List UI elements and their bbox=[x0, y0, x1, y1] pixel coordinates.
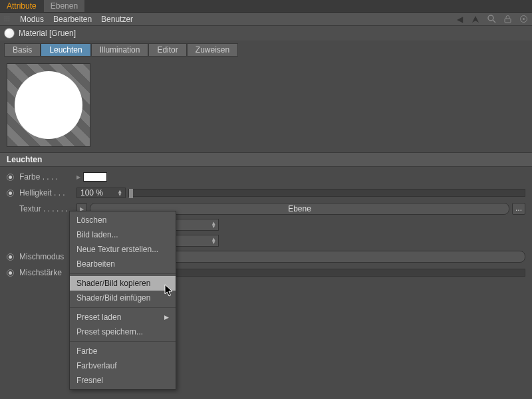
ctx-shader-einfuegen[interactable]: Shader/Bild einfügen bbox=[70, 291, 176, 305]
material-name: Material [Gruen] bbox=[19, 29, 76, 38]
svg-rect-2 bbox=[505, 19, 511, 23]
helligkeit-slider[interactable] bbox=[128, 189, 525, 197]
radio-helligkeit[interactable] bbox=[7, 190, 14, 197]
tab-leuchten[interactable]: Leuchten bbox=[41, 43, 90, 57]
panel-tabs: Attribute Ebenen bbox=[0, 0, 532, 13]
lock-icon[interactable] bbox=[503, 15, 512, 24]
ctx-farbe[interactable]: Farbe bbox=[70, 344, 176, 358]
tab-editor[interactable]: Editor bbox=[148, 43, 186, 57]
label-textur: Textur . . . . . . bbox=[19, 204, 74, 213]
ctx-shader-kopieren[interactable]: Shader/Bild kopieren bbox=[70, 276, 176, 291]
separator bbox=[70, 307, 176, 308]
ctx-farbverlauf[interactable]: Farbverlauf bbox=[70, 358, 176, 373]
ctx-preset-speichern[interactable]: Preset speichern... bbox=[70, 325, 176, 339]
preview-area bbox=[0, 58, 532, 152]
settings-icon[interactable] bbox=[519, 15, 528, 24]
nav-up-icon[interactable] bbox=[471, 15, 480, 24]
ctx-fresnel[interactable]: Fresnel bbox=[70, 373, 176, 388]
material-header: Material [Gruen] bbox=[0, 26, 532, 41]
svg-point-4 bbox=[523, 18, 525, 20]
helligkeit-input[interactable]: 100 % ▴▾ bbox=[76, 188, 126, 198]
ctx-loeschen[interactable]: Löschen bbox=[70, 213, 176, 227]
ctx-preset-laden-label: Preset laden bbox=[76, 313, 121, 322]
color-swatch[interactable] bbox=[83, 172, 107, 182]
grip-icon bbox=[4, 16, 11, 23]
context-menu: Löschen Bild laden... Neue Textur erstel… bbox=[69, 211, 176, 390]
tab-zuweisen[interactable]: Zuweisen bbox=[187, 43, 238, 57]
svg-line-1 bbox=[493, 20, 495, 23]
label-helligkeit: Helligkeit . . . bbox=[19, 188, 74, 198]
menu-modus[interactable]: Modus bbox=[20, 15, 44, 24]
label-mischstaerke: Mischstärke bbox=[19, 268, 74, 277]
menubar: Modus Bearbeiten Benutzer ◀ bbox=[0, 13, 532, 26]
menu-benutzer[interactable]: Benutzer bbox=[101, 15, 133, 24]
label-farbe: Farbe . . . . bbox=[19, 172, 74, 182]
material-swatch-icon bbox=[4, 28, 15, 39]
expand-farbe-icon[interactable]: ▶ bbox=[76, 174, 80, 180]
tab-illumination[interactable]: Illumination bbox=[91, 43, 149, 57]
separator bbox=[70, 273, 176, 274]
preview-sphere-icon bbox=[15, 71, 82, 139]
ctx-bild-laden[interactable]: Bild laden... bbox=[70, 227, 176, 242]
search-icon[interactable] bbox=[487, 15, 496, 24]
label-mischmodus: Mischmodus bbox=[19, 252, 74, 261]
material-preview[interactable] bbox=[7, 63, 90, 147]
ctx-neue-textur[interactable]: Neue Textur erstellen... bbox=[70, 242, 176, 257]
tab-ebenen[interactable]: Ebenen bbox=[44, 0, 84, 12]
tab-basis[interactable]: Basis bbox=[4, 43, 41, 57]
nav-back-icon[interactable]: ◀ bbox=[455, 15, 464, 24]
svg-point-0 bbox=[488, 15, 493, 21]
tab-attribute[interactable]: Attribute bbox=[0, 0, 43, 12]
menu-bearbeiten[interactable]: Bearbeiten bbox=[53, 15, 92, 24]
separator bbox=[70, 341, 176, 342]
ctx-preset-laden[interactable]: Preset laden ▶ bbox=[70, 310, 176, 325]
spinner-icon[interactable]: ▴▾ bbox=[118, 190, 122, 196]
ctx-bearbeiten[interactable]: Bearbeiten bbox=[70, 257, 176, 271]
radio-mischmodus[interactable] bbox=[7, 253, 14, 261]
section-header: Leuchten bbox=[0, 152, 532, 167]
radio-farbe[interactable] bbox=[7, 174, 14, 181]
textur-browse-button[interactable]: ... bbox=[512, 203, 525, 215]
submenu-arrow-icon: ▶ bbox=[164, 314, 169, 321]
channel-tabs: Basis Leuchten Illumination Editor Zuwei… bbox=[0, 41, 532, 58]
radio-mischstaerke[interactable] bbox=[7, 269, 14, 277]
helligkeit-value: 100 % bbox=[80, 188, 103, 198]
